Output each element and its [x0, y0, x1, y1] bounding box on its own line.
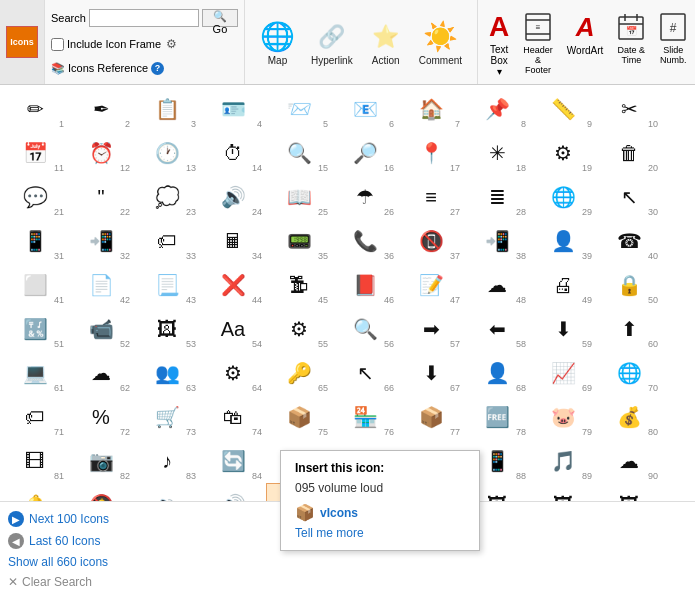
icon-cell-24[interactable]: 🔊24 [200, 175, 266, 219]
icon-cell-68[interactable]: 👤68 [464, 351, 530, 395]
icon-cell-41[interactable]: ⬜41 [2, 263, 68, 307]
icon-cell-67[interactable]: ⬇67 [398, 351, 464, 395]
icon-cell-94[interactable]: 🔊94 [200, 483, 266, 501]
icon-cell-49[interactable]: 🖨49 [530, 263, 596, 307]
icon-cell-39[interactable]: 👤39 [530, 219, 596, 263]
icon-cell-9[interactable]: 📏9 [530, 87, 596, 131]
icon-cell-26[interactable]: ☂26 [332, 175, 398, 219]
icon-cell-57[interactable]: ➡57 [398, 307, 464, 351]
icon-cell-10[interactable]: ✂10 [596, 87, 662, 131]
icon-cell-53[interactable]: 🖼53 [134, 307, 200, 351]
show-all-button[interactable]: Show all 660 icons [8, 552, 687, 572]
icon-cell-5[interactable]: 📨5 [266, 87, 332, 131]
icon-cell-50[interactable]: 🔒50 [596, 263, 662, 307]
icon-cell-61[interactable]: 💻61 [2, 351, 68, 395]
icon-cell-16[interactable]: 🔎16 [332, 131, 398, 175]
icon-cell-70[interactable]: 🌐70 [596, 351, 662, 395]
icon-cell-90[interactable]: ☁90 [596, 439, 662, 483]
icon-cell-76[interactable]: 🏪76 [332, 395, 398, 439]
icon-cell-63[interactable]: 👥63 [134, 351, 200, 395]
icon-cell-30[interactable]: ↖30 [596, 175, 662, 219]
icon-cell-74[interactable]: 🛍74 [200, 395, 266, 439]
icon-cell-73[interactable]: 🛒73 [134, 395, 200, 439]
icon-cell-81[interactable]: 🎞81 [2, 439, 68, 483]
action-button[interactable]: ⭐ Action [362, 14, 410, 71]
icon-cell-6[interactable]: 📧6 [332, 87, 398, 131]
icon-cell-32[interactable]: 📲32 [68, 219, 134, 263]
icons-ref-row[interactable]: 📚 Icons Reference ? [51, 62, 238, 75]
icon-cell-66[interactable]: ↖66 [332, 351, 398, 395]
include-frame-checkbox[interactable] [51, 38, 64, 51]
slide-num-button[interactable]: # SlideNumb. [654, 4, 692, 80]
icon-cell-27[interactable]: ≡27 [398, 175, 464, 219]
icon-cell-7[interactable]: 🏠7 [398, 87, 464, 131]
icon-cell-35[interactable]: 📟35 [266, 219, 332, 263]
icon-cell-36[interactable]: 📞36 [332, 219, 398, 263]
icon-cell-48[interactable]: ☁48 [464, 263, 530, 307]
icon-cell-29[interactable]: 🌐29 [530, 175, 596, 219]
icon-cell-23[interactable]: 💭23 [134, 175, 200, 219]
icon-cell-75[interactable]: 📦75 [266, 395, 332, 439]
icon-cell-58[interactable]: ⬅58 [464, 307, 530, 351]
icon-cell-46[interactable]: 📕46 [332, 263, 398, 307]
icon-cell-89[interactable]: 🎵89 [530, 439, 596, 483]
icon-cell-42[interactable]: 📄42 [68, 263, 134, 307]
icon-cell-3[interactable]: 📋3 [134, 87, 200, 131]
icon-cell-79[interactable]: 🐷79 [530, 395, 596, 439]
icon-cell-8[interactable]: 📌8 [464, 87, 530, 131]
icon-cell-43[interactable]: 📃43 [134, 263, 200, 307]
icon-cell-28[interactable]: ≣28 [464, 175, 530, 219]
icon-cell-56[interactable]: 🔍56 [332, 307, 398, 351]
icon-cell-91[interactable]: 🔔91 [2, 483, 68, 501]
icon-cell-38[interactable]: 📲38 [464, 219, 530, 263]
icon-cell-47[interactable]: 📝47 [398, 263, 464, 307]
clear-search-button[interactable]: ✕ Clear Search [8, 572, 687, 592]
header-footer-button[interactable]: ≡ Header& Footer [518, 4, 558, 80]
icon-cell-99[interactable]: 🖼99 [530, 483, 596, 501]
wordart-button[interactable]: A WordArt [562, 4, 609, 80]
text-box-button[interactable]: A TextBox ▾ [484, 4, 514, 80]
icon-cell-11[interactable]: 📅11 [2, 131, 68, 175]
icon-cell-40[interactable]: ☎40 [596, 219, 662, 263]
icon-cell-54[interactable]: Aa54 [200, 307, 266, 351]
icon-cell-31[interactable]: 📱31 [2, 219, 68, 263]
icon-cell-1[interactable]: ✏1 [2, 87, 68, 131]
icon-cell-77[interactable]: 📦77 [398, 395, 464, 439]
icon-cell-21[interactable]: 💬21 [2, 175, 68, 219]
hyperlink-button[interactable]: 🔗 Hyperlink [304, 14, 360, 71]
icon-cell-64[interactable]: ⚙64 [200, 351, 266, 395]
icon-cell-65[interactable]: 🔑65 [266, 351, 332, 395]
icon-cell-93[interactable]: 🔉93 [134, 483, 200, 501]
icon-cell-78[interactable]: 🆓78 [464, 395, 530, 439]
go-button[interactable]: 🔍 Go [202, 9, 238, 27]
date-time-button[interactable]: 📅 Date &Time [612, 4, 650, 80]
icon-cell-80[interactable]: 💰80 [596, 395, 662, 439]
icon-cell-34[interactable]: 🖩34 [200, 219, 266, 263]
icon-cell-19[interactable]: ⚙19 [530, 131, 596, 175]
comment-button[interactable]: ☀️ Comment [412, 14, 469, 71]
icon-cell-25[interactable]: 📖25 [266, 175, 332, 219]
icon-cell-60[interactable]: ⬆60 [596, 307, 662, 351]
icon-cell-15[interactable]: 🔍15 [266, 131, 332, 175]
icon-cell-44[interactable]: ❌44 [200, 263, 266, 307]
icon-cell-92[interactable]: 🔕92 [68, 483, 134, 501]
icon-cell-12[interactable]: ⏰12 [68, 131, 134, 175]
icon-cell-52[interactable]: 📹52 [68, 307, 134, 351]
icon-cell-18[interactable]: ✳18 [464, 131, 530, 175]
icon-cell-22[interactable]: "22 [68, 175, 134, 219]
icon-cell-2[interactable]: ✒2 [68, 87, 134, 131]
icon-cell-33[interactable]: 🏷33 [134, 219, 200, 263]
icon-cell-100[interactable]: 🖼100 [596, 483, 662, 501]
map-button[interactable]: 🌐 Map [253, 14, 302, 71]
icon-cell-17[interactable]: 📍17 [398, 131, 464, 175]
icon-cell-62[interactable]: ☁62 [68, 351, 134, 395]
icon-cell-83[interactable]: ♪83 [134, 439, 200, 483]
icon-cell-51[interactable]: 🔣51 [2, 307, 68, 351]
icon-cell-84[interactable]: 🔄84 [200, 439, 266, 483]
icon-cell-71[interactable]: 🏷71 [2, 395, 68, 439]
icon-cell-20[interactable]: 🗑20 [596, 131, 662, 175]
icon-cell-4[interactable]: 🪪4 [200, 87, 266, 131]
tell-me-more-link[interactable]: Tell me more [295, 526, 364, 540]
icon-cell-69[interactable]: 📈69 [530, 351, 596, 395]
icon-cell-72[interactable]: %72 [68, 395, 134, 439]
